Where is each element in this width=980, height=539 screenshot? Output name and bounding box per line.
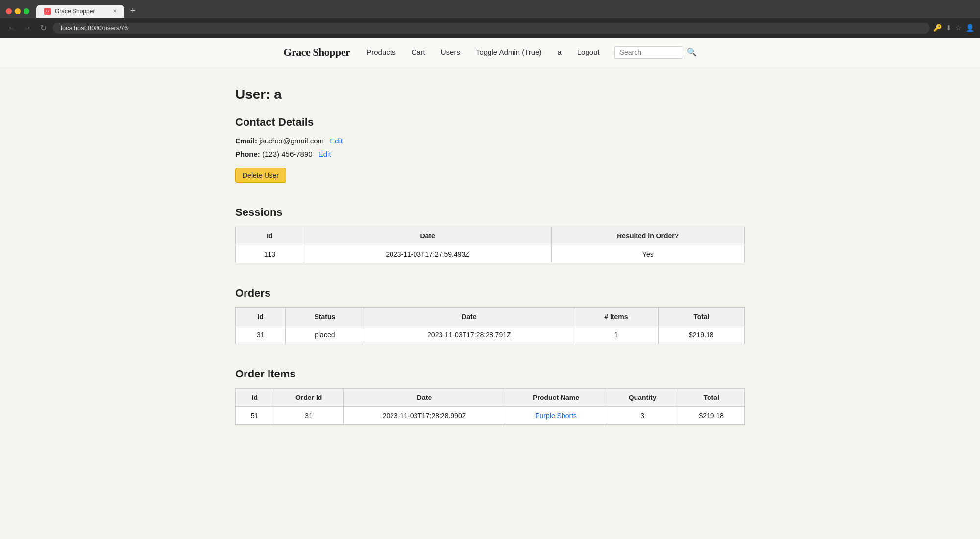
nav-brand[interactable]: Grace Shopper	[283, 46, 350, 59]
orders-table-row: 31 placed 2023-11-03T17:28:28.791Z 1 $21…	[236, 326, 745, 344]
phone-row: Phone: (123) 456-7890 Edit	[235, 150, 745, 158]
traffic-lights	[6, 8, 29, 14]
phone-edit-link[interactable]: Edit	[318, 150, 331, 158]
browser-chrome: G Grace Shopper ✕ + ← → ↻ localhost:8080…	[0, 0, 980, 38]
session-id: 113	[236, 245, 304, 263]
refresh-button[interactable]: ↻	[37, 22, 49, 34]
session-resulted-in-order: Yes	[551, 245, 745, 263]
email-edit-link[interactable]: Edit	[330, 137, 343, 145]
nav-link-logout[interactable]: Logout	[570, 44, 607, 60]
address-text: localhost:8080/users/76	[61, 24, 128, 32]
nav-search-area: 🔍	[614, 46, 697, 59]
nav-link-user-a[interactable]: a	[550, 44, 568, 60]
tab-title: Grace Shopper	[55, 8, 95, 15]
sessions-col-id: Id	[236, 227, 304, 245]
sessions-table: Id Date Resulted in Order? 113 2023-11-0…	[235, 227, 745, 263]
browser-nav-bar: ← → ↻ localhost:8080/users/76 🔑 ⬇ ☆ 👤	[0, 18, 980, 38]
orders-col-id: Id	[236, 308, 286, 326]
orders-col-items: # Items	[574, 308, 658, 326]
orders-col-total: Total	[658, 308, 744, 326]
order-date: 2023-11-03T17:28:28.791Z	[364, 326, 574, 344]
phone-value: (123) 456-7890	[262, 150, 313, 158]
order-items-section: Order Items Id Order Id Date Product Nam…	[235, 368, 745, 425]
page-content: User: a Contact Details Email: jsucher@g…	[225, 67, 755, 468]
order-item-date: 2023-11-03T17:28:28.990Z	[343, 407, 505, 425]
star-icon[interactable]: ☆	[956, 24, 962, 32]
minimize-traffic-light[interactable]	[15, 8, 21, 14]
order-status: placed	[286, 326, 364, 344]
order-total: $219.18	[658, 326, 744, 344]
order-items: 1	[574, 326, 658, 344]
tab-close-icon[interactable]: ✕	[113, 8, 117, 14]
contact-section: Contact Details Email: jsucher@gmail.com…	[235, 116, 745, 183]
page-title: User: a	[235, 87, 745, 102]
email-label: Email:	[235, 137, 257, 145]
order-items-table: Id Order Id Date Product Name Quantity T…	[235, 388, 745, 425]
app-nav: Grace Shopper Products Cart Users Toggle…	[0, 38, 980, 67]
sessions-col-date: Date	[304, 227, 551, 245]
orders-table: Id Status Date # Items Total 31 placed 2…	[235, 307, 745, 344]
order-items-col-total: Total	[678, 389, 745, 407]
order-items-col-order-id: Order Id	[274, 389, 343, 407]
order-items-table-row: 51 31 2023-11-03T17:28:28.990Z Purple Sh…	[236, 407, 745, 425]
tab-favicon-icon: G	[44, 8, 51, 15]
email-row: Email: jsucher@gmail.com Edit	[235, 137, 745, 145]
nav-link-cart[interactable]: Cart	[404, 44, 432, 60]
nav-links: Products Cart Users Toggle Admin (True) …	[360, 44, 606, 60]
profile-icon[interactable]: 👤	[966, 24, 974, 32]
sessions-table-header-row: Id Date Resulted in Order?	[236, 227, 745, 245]
email-value: jsucher@gmail.com	[259, 137, 324, 145]
orders-section: Orders Id Status Date # Items Total 31 p…	[235, 287, 745, 344]
orders-col-status: Status	[286, 308, 364, 326]
browser-tab-active[interactable]: G Grace Shopper ✕	[36, 5, 124, 18]
order-item-total: $219.18	[678, 407, 745, 425]
order-items-col-product: Product Name	[505, 389, 607, 407]
sessions-section: Sessions Id Date Resulted in Order? 113 …	[235, 206, 745, 263]
orders-section-title: Orders	[235, 287, 745, 300]
order-items-header-row: Id Order Id Date Product Name Quantity T…	[236, 389, 745, 407]
orders-table-header-row: Id Status Date # Items Total	[236, 308, 745, 326]
order-id: 31	[236, 326, 286, 344]
contact-section-title: Contact Details	[235, 116, 745, 129]
back-button[interactable]: ←	[6, 22, 18, 34]
key-icon: 🔑	[933, 24, 942, 32]
nav-link-users[interactable]: Users	[434, 44, 467, 60]
order-item-quantity: 3	[607, 407, 678, 425]
new-tab-button[interactable]: +	[126, 4, 140, 18]
order-item-product-name: Purple Shorts	[505, 407, 607, 425]
search-input[interactable]	[614, 46, 683, 59]
order-items-col-quantity: Quantity	[607, 389, 678, 407]
close-traffic-light[interactable]	[6, 8, 12, 14]
sessions-section-title: Sessions	[235, 206, 745, 219]
address-bar[interactable]: localhost:8080/users/76	[53, 23, 930, 34]
order-items-col-id: Id	[236, 389, 274, 407]
order-item-id: 51	[236, 407, 274, 425]
nav-link-toggle-admin[interactable]: Toggle Admin (True)	[469, 44, 549, 60]
session-date: 2023-11-03T17:27:59.493Z	[304, 245, 551, 263]
nav-link-products[interactable]: Products	[360, 44, 402, 60]
maximize-traffic-light[interactable]	[24, 8, 29, 14]
browser-action-buttons: 🔑 ⬇ ☆ 👤	[933, 24, 974, 32]
sessions-col-order: Resulted in Order?	[551, 227, 745, 245]
browser-tab-bar: G Grace Shopper ✕ +	[0, 0, 980, 18]
sessions-table-row: 113 2023-11-03T17:27:59.493Z Yes	[236, 245, 745, 263]
phone-label: Phone:	[235, 150, 260, 158]
product-link[interactable]: Purple Shorts	[535, 412, 577, 420]
forward-button[interactable]: →	[22, 22, 33, 34]
order-items-section-title: Order Items	[235, 368, 745, 380]
order-items-col-date: Date	[343, 389, 505, 407]
delete-user-button[interactable]: Delete User	[235, 168, 286, 183]
orders-col-date: Date	[364, 308, 574, 326]
download-icon: ⬇	[946, 24, 952, 32]
search-icon[interactable]: 🔍	[687, 47, 697, 57]
order-item-order-id: 31	[274, 407, 343, 425]
